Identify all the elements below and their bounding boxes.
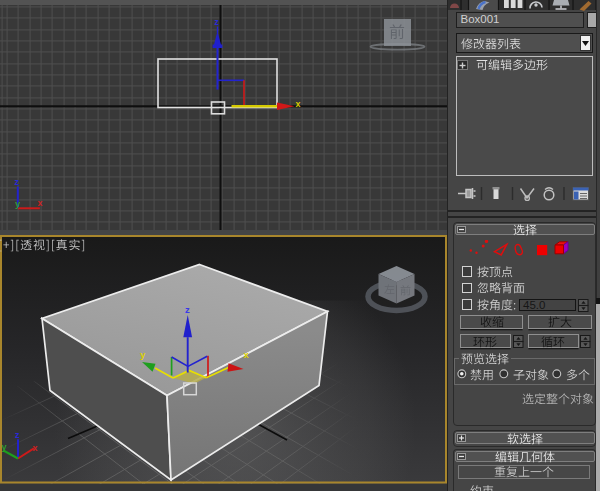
svg-text:x: x — [296, 99, 301, 109]
svg-text:y: y — [140, 348, 146, 359]
svg-text:x: x — [33, 442, 38, 452]
svg-text:y: y — [15, 199, 20, 209]
svg-text:z: z — [185, 304, 190, 315]
svg-text:x: x — [244, 348, 250, 359]
svg-text:z: z — [215, 17, 219, 27]
svg-text:z: z — [15, 177, 20, 187]
svg-text:x: x — [38, 198, 43, 208]
svg-text:z: z — [15, 430, 20, 440]
svg-text:y: y — [2, 442, 7, 452]
